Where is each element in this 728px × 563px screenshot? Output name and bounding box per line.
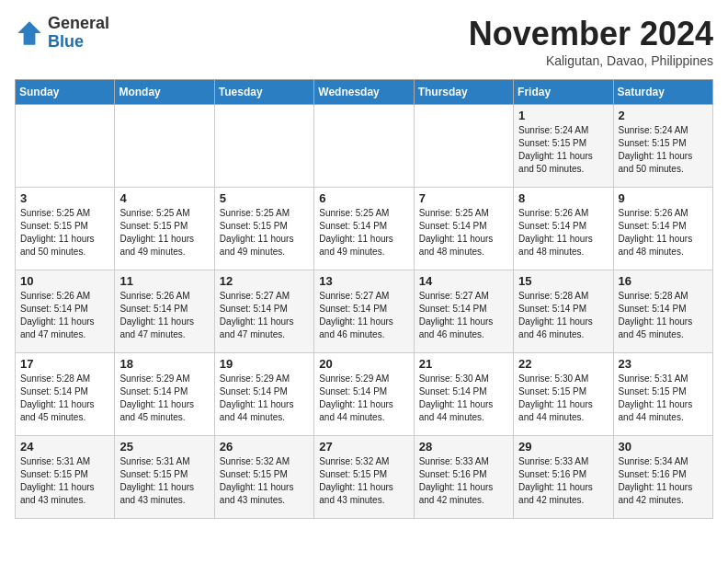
day-cell: 23Sunrise: 5:31 AMSunset: 5:15 PMDayligh… [613,353,712,436]
logo-icon [15,18,44,48]
cell-details: Sunrise: 5:28 AMSunset: 5:14 PMDaylight:… [20,373,95,422]
day-number: 22 [518,357,608,371]
day-cell [115,105,214,188]
day-number: 7 [419,191,508,205]
week-row-3: 10Sunrise: 5:26 AMSunset: 5:14 PMDayligh… [16,270,713,353]
day-number: 13 [319,274,408,288]
cell-details: Sunrise: 5:26 AMSunset: 5:14 PMDaylight:… [119,291,194,339]
cell-details: Sunrise: 5:34 AMSunset: 5:16 PMDaylight:… [619,456,693,505]
calendar-table: SundayMondayTuesdayWednesdayThursdayFrid… [15,79,713,519]
day-cell: 30Sunrise: 5:34 AMSunset: 5:16 PMDayligh… [613,436,712,519]
day-number: 4 [119,191,209,205]
day-number: 14 [419,274,508,288]
cell-details: Sunrise: 5:31 AMSunset: 5:15 PMDaylight:… [20,456,95,505]
day-number: 3 [20,191,109,205]
header-row: SundayMondayTuesdayWednesdayThursdayFrid… [16,80,713,105]
cell-details: Sunrise: 5:32 AMSunset: 5:15 PMDaylight:… [220,456,294,505]
title-area: November 2024 Kaligutan, Davao, Philippi… [469,15,713,68]
header-cell-saturday: Saturday [613,80,712,105]
day-cell: 15Sunrise: 5:28 AMSunset: 5:14 PMDayligh… [514,270,613,353]
calendar-header: SundayMondayTuesdayWednesdayThursdayFrid… [16,80,713,105]
cell-details: Sunrise: 5:26 AMSunset: 5:14 PMDaylight:… [518,208,593,257]
day-number: 15 [518,274,608,288]
day-number: 29 [518,440,608,454]
day-cell: 21Sunrise: 5:30 AMSunset: 5:14 PMDayligh… [414,353,513,436]
day-cell: 28Sunrise: 5:33 AMSunset: 5:16 PMDayligh… [414,436,513,519]
day-cell: 14Sunrise: 5:27 AMSunset: 5:14 PMDayligh… [414,270,513,353]
day-cell: 7Sunrise: 5:25 AMSunset: 5:14 PMDaylight… [414,188,513,270]
page-header: General Blue November 2024 Kaligutan, Da… [15,15,713,68]
day-cell: 19Sunrise: 5:29 AMSunset: 5:14 PMDayligh… [214,353,313,436]
week-row-2: 3Sunrise: 5:25 AMSunset: 5:15 PMDaylight… [16,188,713,270]
header-cell-wednesday: Wednesday [314,80,414,105]
cell-details: Sunrise: 5:30 AMSunset: 5:14 PMDaylight:… [419,373,494,422]
location: Kaligutan, Davao, Philippines [469,53,713,68]
week-row-1: 1Sunrise: 5:24 AMSunset: 5:15 PMDaylight… [16,105,713,188]
day-cell [314,105,414,188]
cell-details: Sunrise: 5:28 AMSunset: 5:14 PMDaylight:… [518,291,593,339]
cell-details: Sunrise: 5:24 AMSunset: 5:15 PMDaylight:… [619,125,693,174]
header-cell-tuesday: Tuesday [214,80,313,105]
cell-details: Sunrise: 5:26 AMSunset: 5:14 PMDaylight:… [619,208,693,257]
day-cell: 8Sunrise: 5:26 AMSunset: 5:14 PMDaylight… [514,188,613,270]
logo-general: General [48,15,109,33]
day-cell: 25Sunrise: 5:31 AMSunset: 5:15 PMDayligh… [115,436,214,519]
logo-blue: Blue [48,33,109,52]
day-cell [16,105,115,188]
logo: General Blue [15,15,109,52]
day-cell: 22Sunrise: 5:30 AMSunset: 5:15 PMDayligh… [514,353,613,436]
cell-details: Sunrise: 5:25 AMSunset: 5:15 PMDaylight:… [119,208,194,257]
day-cell: 10Sunrise: 5:26 AMSunset: 5:14 PMDayligh… [16,270,115,353]
day-number: 12 [220,274,309,288]
day-cell: 20Sunrise: 5:29 AMSunset: 5:14 PMDayligh… [314,353,414,436]
day-number: 28 [419,440,508,454]
day-cell: 2Sunrise: 5:24 AMSunset: 5:15 PMDaylight… [613,105,712,188]
cell-details: Sunrise: 5:31 AMSunset: 5:15 PMDaylight:… [619,373,693,422]
day-number: 19 [220,357,309,371]
day-cell: 27Sunrise: 5:32 AMSunset: 5:15 PMDayligh… [314,436,414,519]
cell-details: Sunrise: 5:27 AMSunset: 5:14 PMDaylight:… [419,291,494,339]
day-number: 5 [220,191,309,205]
cell-details: Sunrise: 5:29 AMSunset: 5:14 PMDaylight:… [319,373,393,422]
cell-details: Sunrise: 5:30 AMSunset: 5:15 PMDaylight:… [518,373,593,422]
day-number: 10 [20,274,109,288]
header-cell-friday: Friday [514,80,613,105]
day-number: 26 [220,440,309,454]
day-cell: 1Sunrise: 5:24 AMSunset: 5:15 PMDaylight… [514,105,613,188]
header-cell-sunday: Sunday [16,80,115,105]
day-cell: 5Sunrise: 5:25 AMSunset: 5:15 PMDaylight… [214,188,313,270]
calendar-body: 1Sunrise: 5:24 AMSunset: 5:15 PMDaylight… [16,105,713,519]
week-row-4: 17Sunrise: 5:28 AMSunset: 5:14 PMDayligh… [16,353,713,436]
day-number: 27 [319,440,408,454]
cell-details: Sunrise: 5:27 AMSunset: 5:14 PMDaylight:… [220,291,294,339]
day-number: 11 [119,274,209,288]
cell-details: Sunrise: 5:25 AMSunset: 5:15 PMDaylight:… [220,208,294,257]
cell-details: Sunrise: 5:27 AMSunset: 5:14 PMDaylight:… [319,291,393,339]
cell-details: Sunrise: 5:25 AMSunset: 5:14 PMDaylight:… [419,208,494,257]
day-cell: 11Sunrise: 5:26 AMSunset: 5:14 PMDayligh… [115,270,214,353]
day-cell: 6Sunrise: 5:25 AMSunset: 5:14 PMDaylight… [314,188,414,270]
day-number: 18 [119,357,209,371]
day-number: 23 [619,357,708,371]
day-number: 21 [419,357,508,371]
day-number: 20 [319,357,408,371]
cell-details: Sunrise: 5:32 AMSunset: 5:15 PMDaylight:… [319,456,393,505]
day-cell: 29Sunrise: 5:33 AMSunset: 5:16 PMDayligh… [514,436,613,519]
day-cell [414,105,513,188]
cell-details: Sunrise: 5:25 AMSunset: 5:14 PMDaylight:… [319,208,393,257]
day-cell: 16Sunrise: 5:28 AMSunset: 5:14 PMDayligh… [613,270,712,353]
day-cell: 18Sunrise: 5:29 AMSunset: 5:14 PMDayligh… [115,353,214,436]
cell-details: Sunrise: 5:26 AMSunset: 5:14 PMDaylight:… [20,291,95,339]
cell-details: Sunrise: 5:29 AMSunset: 5:14 PMDaylight:… [220,373,294,422]
day-cell: 24Sunrise: 5:31 AMSunset: 5:15 PMDayligh… [16,436,115,519]
day-cell: 9Sunrise: 5:26 AMSunset: 5:14 PMDaylight… [613,188,712,270]
day-cell: 12Sunrise: 5:27 AMSunset: 5:14 PMDayligh… [214,270,313,353]
day-cell [214,105,313,188]
day-number: 24 [20,440,109,454]
day-cell: 3Sunrise: 5:25 AMSunset: 5:15 PMDaylight… [16,188,115,270]
cell-details: Sunrise: 5:31 AMSunset: 5:15 PMDaylight:… [119,456,194,505]
week-row-5: 24Sunrise: 5:31 AMSunset: 5:15 PMDayligh… [16,436,713,519]
day-number: 16 [619,274,708,288]
day-number: 9 [619,191,708,205]
day-number: 6 [319,191,408,205]
